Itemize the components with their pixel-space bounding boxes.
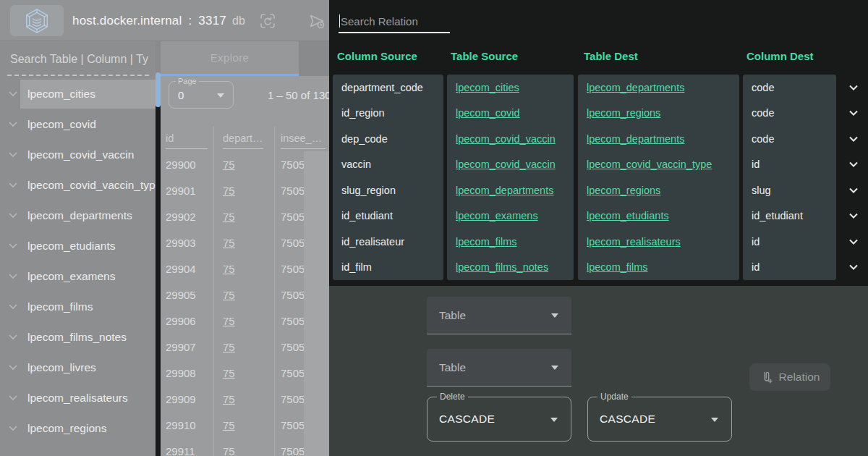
truncated-cell [304, 438, 329, 456]
expand-row-button[interactable] [839, 101, 868, 127]
column-source-cell: id_realisateur [333, 229, 443, 255]
sidebar-item-lpecom-departments[interactable]: lpecom_departments [0, 200, 156, 231]
cell-department-link[interactable]: 75 [223, 229, 235, 256]
truncated-cell [304, 412, 329, 438]
sidebar-item-lpecom-covid-vaccin[interactable]: lpecom_covid_vaccin [0, 140, 156, 170]
chevron-down-icon[interactable] [9, 365, 17, 371]
table-dest-link[interactable]: lpecom_etudiants [587, 210, 669, 221]
column-dest-cell: id [743, 152, 836, 178]
chevron-down-icon[interactable] [9, 334, 17, 340]
sidebar-item-lpecom-realisateurs[interactable]: lpecom_realisateurs [0, 383, 156, 413]
send-query-schedule-icon[interactable] [308, 12, 326, 30]
expand-row-button[interactable] [839, 229, 868, 255]
table-dest-link[interactable]: lpecom_departments [587, 133, 684, 145]
table-dest-link[interactable]: lpecom_films [587, 261, 648, 273]
column-dest-cell: code [743, 126, 836, 152]
search-table-input[interactable] [10, 48, 149, 70]
table-dest-link[interactable]: lpecom_regions [587, 107, 660, 119]
add-relation-button[interactable]: Relation [749, 363, 830, 391]
table-dest-link[interactable]: lpecom_realisateurs [587, 236, 681, 248]
table-source-link[interactable]: lpecom_films [456, 236, 517, 248]
sidebar-item-lpecom-livres[interactable]: lpecom_livres [0, 352, 156, 383]
chevron-down-icon[interactable] [9, 304, 17, 310]
on-delete-select[interactable]: Delete CASCADE [427, 397, 571, 442]
table-dest-link[interactable]: lpecom_regions [587, 185, 660, 196]
sidebar-item-lpecom-films[interactable]: lpecom_films [0, 292, 156, 322]
chevron-down-icon[interactable] [9, 274, 17, 279]
truncated-cell [304, 177, 329, 203]
cell-department-link[interactable]: 75 [223, 334, 235, 360]
table-source-link[interactable]: lpecom_examens [456, 210, 538, 221]
paperclip-plus-icon [760, 371, 773, 384]
sidebar-item-lpecom-examens[interactable]: lpecom_examens [0, 261, 156, 292]
table-source-cells: lpecom_cities lpecom_covid lpecom_covid_… [447, 75, 574, 280]
cell-id: 29901 [166, 177, 196, 203]
cell-department-link[interactable]: 75 [223, 412, 235, 438]
chevron-down-icon[interactable] [9, 243, 17, 249]
sidebar-item-lpecom-films-notes[interactable]: lpecom_films_notes [0, 322, 156, 352]
source-select-value: Table [439, 297, 466, 334]
cell-department-link[interactable]: 75 [223, 151, 235, 177]
column-header-insee[interactable]: insee_… [281, 132, 326, 149]
expand-row-button[interactable] [839, 126, 868, 152]
expand-row-button[interactable] [839, 75, 868, 101]
table-dest-link[interactable]: lpecom_departments [587, 82, 684, 93]
chevron-down-icon[interactable] [9, 395, 17, 401]
sidebar-item-lpecom-covid[interactable]: lpecom_covid [0, 109, 156, 140]
table-source-link[interactable]: lpecom_films_notes [456, 261, 548, 273]
cell-id: 29907 [166, 334, 196, 360]
sidebar-item-lpecom-regions[interactable]: lpecom_regions [0, 413, 156, 444]
table-source-link[interactable]: lpecom_cities [456, 82, 519, 93]
table-source-link[interactable]: lpecom_departments [456, 185, 553, 196]
row-expand-column [839, 75, 868, 280]
chevron-down-icon [848, 185, 859, 196]
source-select[interactable]: Table [427, 297, 571, 334]
sidebar-item-lpecom-etudiants[interactable]: lpecom_etudiants [0, 231, 156, 261]
sidebar-scrollbar-thumb[interactable] [156, 72, 161, 107]
table-source-link[interactable]: lpecom_covid [456, 107, 520, 119]
connection-host-port: host.docker.internal : 3317 [72, 0, 226, 41]
truncated-cell [304, 386, 329, 412]
header-table-dest: Table Dest [584, 50, 638, 62]
chevron-down-icon[interactable] [9, 426, 17, 431]
cell-department-link[interactable]: 75 [223, 282, 235, 308]
column-header-department[interactable]: depart… [223, 132, 263, 149]
app-window: host.docker.internal : 3317 db lpecom_ [0, 0, 868, 456]
truncated-cell [304, 229, 329, 256]
caret-down-icon [551, 313, 558, 318]
table-row: 299017575056 [161, 177, 329, 203]
cell-department-link[interactable]: 75 [223, 203, 235, 229]
cell-department-link[interactable]: 75 [223, 177, 235, 203]
cell-id: 29900 [166, 151, 196, 177]
column-source-cell: id_film [333, 255, 443, 281]
chevron-down-icon[interactable] [9, 91, 17, 97]
table-row: 299047575056 [161, 256, 329, 282]
on-update-select[interactable]: Update CASCADE [587, 397, 732, 442]
destination-select[interactable]: Table [427, 349, 571, 387]
chevron-down-icon[interactable] [9, 182, 17, 188]
chevron-down-icon[interactable] [9, 122, 17, 127]
cell-department-link[interactable]: 75 [223, 438, 235, 456]
cell-department-link[interactable]: 75 [223, 386, 235, 412]
sidebar-item-lpecom-covid-vaccin-type[interactable]: lpecom_covid_vaccin_type [0, 170, 156, 200]
table-source-link[interactable]: lpecom_covid_vaccin [456, 133, 556, 145]
expand-row-button[interactable] [839, 152, 868, 178]
expand-row-button[interactable] [839, 255, 868, 281]
expand-row-button[interactable] [839, 203, 868, 229]
cell-department-link[interactable]: 75 [223, 308, 235, 334]
tab-explore[interactable]: Explore [161, 41, 299, 76]
chevron-down-icon[interactable] [9, 213, 17, 219]
chevron-down-icon[interactable] [9, 152, 17, 158]
table-name-label: lpecom_realisateurs [27, 383, 128, 413]
table-dest-link[interactable]: lpecom_covid_vaccin_type [587, 159, 712, 170]
cell-department-link[interactable]: 75 [223, 256, 235, 282]
column-header-id[interactable]: id [166, 132, 208, 149]
page-select[interactable]: Page 0 [169, 81, 234, 109]
refresh-scan-icon[interactable] [259, 12, 276, 30]
table-source-link[interactable]: lpecom_covid_vaccin [456, 159, 556, 170]
page-select-value: 0 [178, 82, 184, 108]
sidebar-item-lpecom-cities[interactable]: lpecom_cities [0, 79, 156, 109]
expand-row-button[interactable] [839, 177, 868, 203]
search-relation-input[interactable] [341, 10, 493, 32]
cell-department-link[interactable]: 75 [223, 360, 235, 386]
